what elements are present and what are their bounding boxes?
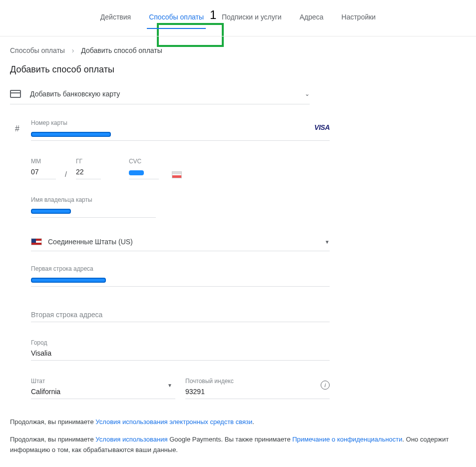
state-value: California [31,386,175,399]
breadcrumb-parent[interactable]: Способы оплаты [10,46,65,54]
payment-method-label: Добавить банковскую карту [30,90,305,98]
mm-label: ММ [31,158,56,165]
city-field[interactable]: Город Visalia [31,330,330,361]
yy-value: 22 [76,166,101,179]
cvc-field[interactable]: CVC [129,149,159,179]
breadcrumb-current: Добавить способ оплаты [81,46,162,54]
chevron-down-icon: ⌄ [305,90,310,97]
card-icon [10,90,21,98]
city-value: Visalia [31,347,330,360]
cvc-hint-icon [172,171,182,178]
card-number-field[interactable]: # Номер карты VISA [31,110,330,141]
hash-icon: # [15,124,19,133]
zip-label: Почтовый индекс [185,378,330,385]
terms-text: Продолжая, вы принимаете [10,418,95,426]
cardholder-redacted [31,209,71,214]
state-dropdown-icon: ▼ [167,383,172,388]
payment-method-select[interactable]: Добавить банковскую карту ⌄ [10,87,310,104]
us-flag-icon [31,238,42,245]
cardholder-field[interactable]: Имя владельца карты [31,187,156,218]
mm-value: 07 [31,166,56,179]
expiry-year-field[interactable]: ГГ 22 [76,149,101,179]
state-label: Штат [31,378,175,385]
tab-actions[interactable]: Действия [98,10,133,29]
card-number-redacted [31,132,111,137]
expiry-month-field[interactable]: ММ 07 [31,149,56,179]
terms-text: Google Payments. Вы также принимаете [168,436,293,443]
country-select[interactable]: Соединенные Штаты (US) ▼ [31,233,330,251]
breadcrumb-separator: › [72,46,74,54]
terms-link-1[interactable]: Условия использования электронных средст… [95,418,252,426]
cardholder-label: Имя владельца карты [31,196,156,203]
address-line1-field[interactable]: Первая строка адреса [31,256,330,287]
cvc-redacted [129,170,144,175]
cvc-label: CVC [129,158,159,165]
tab-bar: Действия Способы оплаты Подписки и услуг… [0,0,476,36]
zip-value: 93291 [185,386,330,399]
info-icon[interactable]: i [321,381,330,390]
terms-link-3[interactable]: Примечание о конфиденциальности [292,436,402,443]
zip-field[interactable]: Почтовый индекс 93291 i [185,369,330,399]
address-line1-label: Первая строка адреса [31,265,330,272]
tab-settings[interactable]: Настройки [340,10,378,29]
tab-addresses[interactable]: Адреса [298,10,326,29]
city-label: Город [31,339,330,346]
state-field[interactable]: Штат California ▼ [31,369,175,399]
country-value: Соединенные Штаты (US) [48,238,325,246]
card-number-label: Номер карты [31,119,330,126]
page-title: Добавить способ оплаты [10,64,466,75]
terms-block: Продолжая, вы принимаете Условия использ… [10,417,466,455]
address-line2-placeholder: Вторая строка адреса [31,309,330,322]
expiry-slash: / [65,170,67,182]
terms-text: Продолжая, вы принимаете [10,436,95,443]
visa-logo: VISA [314,123,330,131]
breadcrumb: Способы оплаты › Добавить способ оплаты [10,46,466,54]
dropdown-arrow-icon: ▼ [325,239,330,245]
terms-link-2[interactable]: Условия использования [95,436,167,443]
yy-label: ГГ [76,158,101,165]
address-line1-redacted [31,278,106,283]
tab-subscriptions[interactable]: Подписки и услуги [220,10,284,29]
address-line2-field[interactable]: Вторая строка адреса [31,300,330,322]
tab-payment-methods[interactable]: Способы оплаты [147,10,206,29]
